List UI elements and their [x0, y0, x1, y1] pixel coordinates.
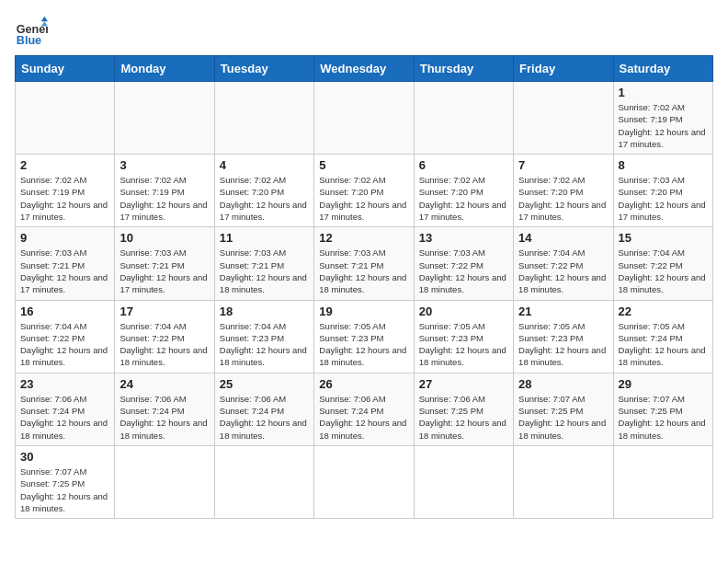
day-number: 12	[319, 231, 408, 245]
day-info: Sunrise: 7:03 AM Sunset: 7:20 PM Dayligh…	[619, 174, 708, 223]
calendar-day-24: 24Sunrise: 7:06 AM Sunset: 7:24 PM Dayli…	[115, 373, 214, 445]
day-info: Sunrise: 7:04 AM Sunset: 7:22 PM Dayligh…	[619, 247, 708, 295]
day-number: 26	[319, 377, 408, 391]
day-info: Sunrise: 7:02 AM Sunset: 7:19 PM Dayligh…	[20, 174, 109, 223]
day-number: 25	[220, 377, 309, 391]
logo: General Blue	[15, 15, 48, 48]
day-number: 29	[619, 377, 708, 391]
calendar-day-19: 19Sunrise: 7:05 AM Sunset: 7:23 PM Dayli…	[314, 300, 414, 373]
calendar-header-row: SundayMondayTuesdayWednesdayThursdayFrid…	[16, 56, 713, 82]
day-of-week-monday: Monday	[115, 56, 214, 82]
calendar-day-10: 10Sunrise: 7:03 AM Sunset: 7:21 PM Dayli…	[115, 227, 214, 300]
day-of-week-saturday: Saturday	[613, 56, 712, 82]
day-info: Sunrise: 7:06 AM Sunset: 7:24 PM Dayligh…	[319, 393, 408, 442]
day-of-week-tuesday: Tuesday	[214, 56, 313, 82]
day-number: 6	[419, 158, 508, 172]
day-of-week-wednesday: Wednesday	[314, 56, 414, 82]
calendar-day-1: 1Sunrise: 7:02 AM Sunset: 7:19 PM Daylig…	[613, 82, 712, 155]
day-number: 18	[220, 304, 309, 318]
day-info: Sunrise: 7:07 AM Sunset: 7:25 PM Dayligh…	[518, 393, 608, 442]
day-number: 24	[119, 377, 209, 391]
calendar-day-4: 4Sunrise: 7:02 AM Sunset: 7:20 PM Daylig…	[214, 155, 313, 227]
svg-text:Blue: Blue	[17, 34, 41, 47]
day-number: 17	[119, 304, 209, 318]
calendar-week-3: 9Sunrise: 7:03 AM Sunset: 7:21 PM Daylig…	[16, 227, 713, 300]
day-number: 13	[419, 231, 508, 245]
calendar-day-25: 25Sunrise: 7:06 AM Sunset: 7:24 PM Dayli…	[214, 373, 313, 445]
calendar-week-5: 23Sunrise: 7:06 AM Sunset: 7:24 PM Dayli…	[16, 373, 713, 445]
calendar-day-2: 2Sunrise: 7:02 AM Sunset: 7:19 PM Daylig…	[16, 155, 115, 227]
calendar-week-1: 1Sunrise: 7:02 AM Sunset: 7:19 PM Daylig…	[16, 82, 713, 155]
day-number: 2	[20, 158, 109, 172]
day-number: 7	[518, 158, 608, 172]
day-of-week-friday: Friday	[514, 56, 613, 82]
day-info: Sunrise: 7:02 AM Sunset: 7:20 PM Dayligh…	[419, 174, 508, 223]
day-info: Sunrise: 7:06 AM Sunset: 7:24 PM Dayligh…	[20, 393, 109, 442]
day-info: Sunrise: 7:06 AM Sunset: 7:24 PM Dayligh…	[220, 393, 309, 442]
day-info: Sunrise: 7:04 AM Sunset: 7:22 PM Dayligh…	[20, 320, 109, 369]
day-number: 22	[619, 304, 708, 318]
day-number: 14	[518, 231, 608, 245]
calendar-day-empty	[115, 445, 214, 518]
calendar-day-empty	[414, 82, 513, 155]
day-of-week-thursday: Thursday	[414, 56, 513, 82]
day-number: 19	[319, 304, 408, 318]
calendar-day-empty	[16, 82, 115, 155]
calendar-day-13: 13Sunrise: 7:03 AM Sunset: 7:22 PM Dayli…	[414, 227, 513, 300]
page-header: General Blue	[15, 15, 713, 48]
calendar-day-22: 22Sunrise: 7:05 AM Sunset: 7:24 PM Dayli…	[613, 300, 712, 373]
day-number: 9	[20, 231, 109, 245]
day-number: 5	[319, 158, 408, 172]
day-info: Sunrise: 7:02 AM Sunset: 7:19 PM Dayligh…	[119, 174, 209, 223]
calendar-day-20: 20Sunrise: 7:05 AM Sunset: 7:23 PM Dayli…	[414, 300, 513, 373]
day-info: Sunrise: 7:02 AM Sunset: 7:20 PM Dayligh…	[220, 174, 309, 223]
calendar-day-14: 14Sunrise: 7:04 AM Sunset: 7:22 PM Dayli…	[514, 227, 613, 300]
day-info: Sunrise: 7:03 AM Sunset: 7:21 PM Dayligh…	[220, 247, 309, 295]
day-info: Sunrise: 7:04 AM Sunset: 7:22 PM Dayligh…	[119, 320, 209, 369]
day-number: 15	[619, 231, 708, 245]
day-info: Sunrise: 7:06 AM Sunset: 7:24 PM Dayligh…	[119, 393, 209, 442]
day-number: 10	[119, 231, 209, 245]
day-info: Sunrise: 7:02 AM Sunset: 7:20 PM Dayligh…	[518, 174, 608, 223]
calendar-day-3: 3Sunrise: 7:02 AM Sunset: 7:19 PM Daylig…	[115, 155, 214, 227]
calendar-day-empty	[514, 82, 613, 155]
day-number: 28	[518, 377, 608, 391]
calendar-day-26: 26Sunrise: 7:06 AM Sunset: 7:24 PM Dayli…	[314, 373, 414, 445]
day-of-week-sunday: Sunday	[16, 56, 115, 82]
calendar-day-5: 5Sunrise: 7:02 AM Sunset: 7:20 PM Daylig…	[314, 155, 414, 227]
day-number: 8	[619, 158, 708, 172]
day-info: Sunrise: 7:02 AM Sunset: 7:20 PM Dayligh…	[319, 174, 408, 223]
day-number: 4	[220, 158, 309, 172]
day-info: Sunrise: 7:03 AM Sunset: 7:21 PM Dayligh…	[319, 247, 408, 295]
day-number: 20	[419, 304, 508, 318]
calendar-day-28: 28Sunrise: 7:07 AM Sunset: 7:25 PM Dayli…	[514, 373, 613, 445]
calendar-day-8: 8Sunrise: 7:03 AM Sunset: 7:20 PM Daylig…	[613, 155, 712, 227]
calendar-day-29: 29Sunrise: 7:07 AM Sunset: 7:25 PM Dayli…	[613, 373, 712, 445]
calendar-day-17: 17Sunrise: 7:04 AM Sunset: 7:22 PM Dayli…	[115, 300, 214, 373]
day-info: Sunrise: 7:03 AM Sunset: 7:21 PM Dayligh…	[119, 247, 209, 295]
calendar-day-16: 16Sunrise: 7:04 AM Sunset: 7:22 PM Dayli…	[16, 300, 115, 373]
day-info: Sunrise: 7:05 AM Sunset: 7:23 PM Dayligh…	[518, 320, 608, 369]
calendar-day-empty	[314, 82, 414, 155]
calendar-week-2: 2Sunrise: 7:02 AM Sunset: 7:19 PM Daylig…	[16, 155, 713, 227]
calendar-day-empty	[115, 82, 214, 155]
calendar-day-11: 11Sunrise: 7:03 AM Sunset: 7:21 PM Dayli…	[214, 227, 313, 300]
logo-icon: General Blue	[15, 15, 48, 48]
day-info: Sunrise: 7:05 AM Sunset: 7:23 PM Dayligh…	[319, 320, 408, 369]
calendar-day-9: 9Sunrise: 7:03 AM Sunset: 7:21 PM Daylig…	[16, 227, 115, 300]
calendar-day-7: 7Sunrise: 7:02 AM Sunset: 7:20 PM Daylig…	[514, 155, 613, 227]
day-number: 1	[619, 86, 708, 99]
day-number: 11	[220, 231, 309, 245]
day-info: Sunrise: 7:04 AM Sunset: 7:23 PM Dayligh…	[220, 320, 309, 369]
day-number: 21	[518, 304, 608, 318]
day-info: Sunrise: 7:05 AM Sunset: 7:24 PM Dayligh…	[619, 320, 708, 369]
day-number: 27	[419, 377, 508, 391]
calendar-day-empty	[414, 445, 513, 518]
calendar-table: SundayMondayTuesdayWednesdayThursdayFrid…	[15, 55, 713, 519]
calendar-day-6: 6Sunrise: 7:02 AM Sunset: 7:20 PM Daylig…	[414, 155, 513, 227]
calendar-week-6: 30Sunrise: 7:07 AM Sunset: 7:25 PM Dayli…	[16, 445, 713, 518]
calendar-day-30: 30Sunrise: 7:07 AM Sunset: 7:25 PM Dayli…	[16, 445, 115, 518]
day-info: Sunrise: 7:02 AM Sunset: 7:19 PM Dayligh…	[619, 101, 708, 150]
day-info: Sunrise: 7:03 AM Sunset: 7:22 PM Dayligh…	[419, 247, 508, 295]
calendar-day-empty	[514, 445, 613, 518]
